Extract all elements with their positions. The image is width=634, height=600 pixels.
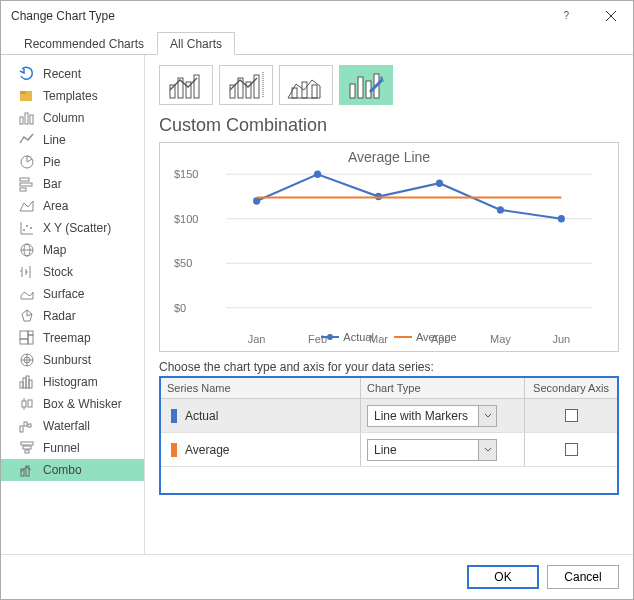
sidebar-item-templates[interactable]: Templates bbox=[1, 85, 144, 107]
sidebar-item-map[interactable]: Map bbox=[1, 239, 144, 261]
secondary-axis-checkbox-average[interactable] bbox=[565, 443, 578, 456]
change-chart-type-dialog: Change Chart Type ? Recommended Charts A… bbox=[0, 0, 634, 600]
chart-type-select-average[interactable]: Line bbox=[367, 439, 497, 461]
sidebar-item-boxwhisker[interactable]: Box & Whisker bbox=[1, 393, 144, 415]
sidebar-item-label: Waterfall bbox=[43, 419, 90, 433]
sidebar-item-recent[interactable]: Recent bbox=[1, 63, 144, 85]
sidebar-item-radar[interactable]: Radar bbox=[1, 305, 144, 327]
svg-rect-44 bbox=[28, 400, 32, 407]
cancel-button[interactable]: Cancel bbox=[547, 565, 619, 589]
help-button[interactable]: ? bbox=[543, 1, 588, 31]
sidebar-item-label: Pie bbox=[43, 155, 60, 169]
chart-plot-area: $0$50$100$150JanFebMarAprMayJun bbox=[216, 169, 602, 329]
tab-recommended[interactable]: Recommended Charts bbox=[11, 32, 157, 55]
svg-rect-45 bbox=[20, 426, 23, 432]
series-table-header: Series Name Chart Type Secondary Axis bbox=[161, 378, 617, 399]
boxwhisker-icon bbox=[19, 396, 35, 412]
header-chart-type: Chart Type bbox=[361, 378, 525, 398]
sidebar-item-combo[interactable]: Combo bbox=[1, 459, 144, 481]
titlebar: Change Chart Type ? bbox=[1, 1, 633, 31]
series-instruction: Choose the chart type and axis for your … bbox=[159, 360, 619, 374]
svg-rect-29 bbox=[20, 331, 28, 339]
treemap-icon bbox=[19, 330, 35, 346]
column-icon bbox=[19, 110, 35, 126]
svg-point-75 bbox=[314, 171, 321, 178]
main-panel: Custom Combination Average Line $0$50$10… bbox=[145, 55, 633, 554]
svg-point-15 bbox=[23, 229, 25, 231]
sidebar-item-pie[interactable]: Pie bbox=[1, 151, 144, 173]
combo-subtype-custom[interactable] bbox=[339, 65, 393, 105]
combo-subtype-row bbox=[159, 65, 619, 105]
svg-rect-47 bbox=[28, 424, 31, 427]
funnel-icon bbox=[19, 440, 35, 456]
sidebar-item-label: Map bbox=[43, 243, 66, 257]
chart-type-select-actual[interactable]: Line with Markers bbox=[367, 405, 497, 427]
series-row-average[interactable]: Average Line bbox=[161, 433, 617, 467]
area-icon bbox=[19, 198, 35, 214]
chart-title: Average Line bbox=[166, 149, 612, 165]
svg-rect-32 bbox=[20, 339, 28, 344]
svg-rect-41 bbox=[22, 401, 26, 407]
pie-icon bbox=[19, 154, 35, 170]
sidebar-item-sunburst[interactable]: Sunburst bbox=[1, 349, 144, 371]
combo-icon bbox=[19, 462, 35, 478]
sidebar-item-scatter[interactable]: X Y (Scatter) bbox=[1, 217, 144, 239]
svg-marker-12 bbox=[20, 201, 33, 211]
svg-rect-9 bbox=[20, 178, 29, 181]
svg-point-79 bbox=[558, 215, 565, 222]
stock-icon bbox=[19, 264, 35, 280]
sidebar-item-label: Histogram bbox=[43, 375, 98, 389]
series-name: Actual bbox=[185, 409, 218, 423]
chart-preview: Average Line $0$50$100$150JanFebMarAprMa… bbox=[159, 142, 619, 352]
svg-rect-46 bbox=[24, 422, 27, 426]
bar-icon bbox=[19, 176, 35, 192]
sidebar-item-column[interactable]: Column bbox=[1, 107, 144, 129]
combo-subtype-2[interactable] bbox=[219, 65, 273, 105]
svg-rect-48 bbox=[21, 442, 33, 445]
tab-strip: Recommended Charts All Charts bbox=[1, 31, 633, 55]
svg-rect-40 bbox=[29, 380, 32, 388]
svg-rect-50 bbox=[25, 450, 29, 453]
sidebar-item-label: X Y (Scatter) bbox=[43, 221, 111, 235]
tab-all-charts[interactable]: All Charts bbox=[157, 32, 235, 55]
sidebar-item-funnel[interactable]: Funnel bbox=[1, 437, 144, 459]
histogram-icon bbox=[19, 374, 35, 390]
svg-rect-6 bbox=[25, 113, 28, 124]
secondary-axis-checkbox-actual[interactable] bbox=[565, 409, 578, 422]
sidebar-item-label: Column bbox=[43, 111, 84, 125]
ok-button[interactable]: OK bbox=[467, 565, 539, 589]
series-swatch-icon bbox=[171, 443, 177, 457]
svg-text:?: ? bbox=[563, 11, 569, 21]
sidebar-item-bar[interactable]: Bar bbox=[1, 173, 144, 195]
svg-rect-11 bbox=[20, 188, 26, 191]
svg-point-17 bbox=[30, 227, 32, 229]
scatter-icon bbox=[19, 220, 35, 236]
map-icon bbox=[19, 242, 35, 258]
sidebar-item-line[interactable]: Line bbox=[1, 129, 144, 151]
series-blank-area bbox=[161, 467, 617, 493]
section-title: Custom Combination bbox=[159, 115, 619, 136]
sidebar-item-stock[interactable]: Stock bbox=[1, 261, 144, 283]
close-button[interactable] bbox=[588, 1, 633, 31]
combo-subtype-1[interactable] bbox=[159, 65, 213, 105]
svg-marker-62 bbox=[288, 80, 320, 98]
series-name: Average bbox=[185, 443, 229, 457]
chevron-down-icon bbox=[478, 406, 496, 426]
sidebar-item-label: Recent bbox=[43, 67, 81, 81]
sidebar-item-treemap[interactable]: Treemap bbox=[1, 327, 144, 349]
line-icon bbox=[19, 132, 35, 148]
sidebar-item-label: Stock bbox=[43, 265, 73, 279]
sidebar-item-waterfall[interactable]: Waterfall bbox=[1, 415, 144, 437]
sidebar-item-surface[interactable]: Surface bbox=[1, 283, 144, 305]
sidebar-item-histogram[interactable]: Histogram bbox=[1, 371, 144, 393]
sidebar-item-label: Sunburst bbox=[43, 353, 91, 367]
svg-rect-66 bbox=[350, 84, 355, 98]
recent-icon bbox=[19, 66, 35, 82]
waterfall-icon bbox=[19, 418, 35, 434]
sidebar-item-area[interactable]: Area bbox=[1, 195, 144, 217]
svg-rect-31 bbox=[28, 335, 33, 344]
series-row-actual[interactable]: Actual Line with Markers bbox=[161, 399, 617, 433]
combo-subtype-3[interactable] bbox=[279, 65, 333, 105]
chart-legend: Actual Average bbox=[166, 331, 612, 343]
svg-rect-67 bbox=[358, 77, 363, 98]
